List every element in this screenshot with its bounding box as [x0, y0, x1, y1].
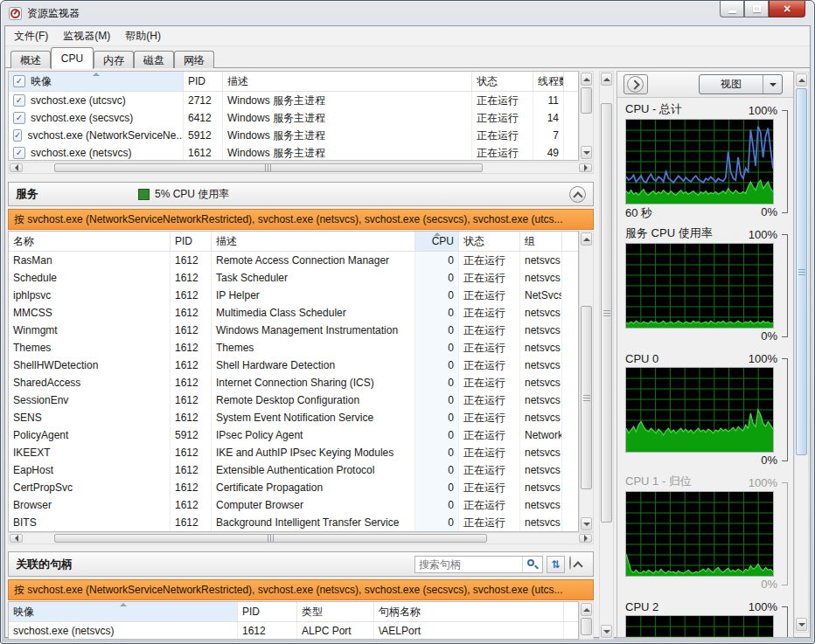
- scroll-down-button[interactable]: [796, 618, 807, 631]
- table-row[interactable]: BITS1612Background Intelligent Transfer …: [9, 514, 578, 531]
- scroll-right-button[interactable]: [579, 534, 592, 543]
- table-row[interactable]: svchost.exe (netsvcs)1612ALPC Port\AELPo…: [9, 622, 578, 640]
- column-header-desc[interactable]: 描述: [223, 72, 472, 91]
- cell-status: 正在运行: [459, 269, 520, 287]
- table-row[interactable]: ✓svchost.exe (NetworkServiceNe...5912Win…: [9, 127, 578, 144]
- scroll-thumb[interactable]: [581, 306, 592, 489]
- tab-network[interactable]: 网络: [174, 51, 214, 68]
- menu-monitor[interactable]: 监视器(M): [57, 29, 116, 44]
- views-dropdown-button[interactable]: 视图: [699, 74, 783, 94]
- scroll-up-button[interactable]: [581, 603, 592, 616]
- row-checkbox[interactable]: ✓: [13, 94, 25, 107]
- column-header-pid[interactable]: PID: [184, 72, 223, 91]
- table-row[interactable]: PolicyAgent5912IPsec Policy Agent0正在运行Ne…: [9, 426, 578, 444]
- processes-hscrollbar[interactable]: [8, 162, 594, 174]
- scroll-up-button[interactable]: [581, 232, 592, 246]
- table-row[interactable]: RasMan1612Remote Access Connection Manag…: [9, 252, 578, 269]
- collapse-panel-button[interactable]: [623, 74, 648, 94]
- column-header-pid[interactable]: PID: [238, 602, 297, 621]
- handle-search-box: [414, 556, 543, 573]
- table-row[interactable]: SENS1612System Event Notification Servic…: [9, 409, 578, 426]
- search-input[interactable]: [415, 558, 522, 571]
- column-header-status[interactable]: 状态: [472, 72, 533, 91]
- column-header-name[interactable]: 名称: [9, 232, 171, 251]
- table-row[interactable]: Schedule1612Task Scheduler0正在运行netsvcs: [9, 269, 578, 287]
- panel-vscrollbar[interactable]: [794, 72, 809, 633]
- close-button[interactable]: ×: [769, 1, 805, 17]
- tab-overview[interactable]: 概述: [10, 51, 51, 68]
- services-filter-bar: 按 svchost.exe (NetworkServiceNetworkRest…: [8, 209, 594, 230]
- cell-image: ✓svchost.exe (utcsvc): [9, 92, 184, 109]
- collapse-services-button[interactable]: [569, 186, 586, 203]
- table-row[interactable]: ShellHWDetection1612Shell Hardware Detec…: [9, 357, 578, 374]
- graph-footer: 0%: [623, 329, 790, 346]
- column-header-group[interactable]: 组: [520, 232, 562, 251]
- main-vscrollbar[interactable]: [599, 71, 614, 640]
- cpu-usage-chart: [626, 368, 773, 452]
- scroll-down-button[interactable]: [601, 625, 612, 638]
- tab-memory[interactable]: 内存: [94, 51, 134, 68]
- row-checkbox[interactable]: ✓: [13, 147, 25, 159]
- collapse-handles-button[interactable]: [569, 556, 571, 570]
- scroll-up-button[interactable]: [601, 73, 612, 86]
- tab-disk[interactable]: 磁盘: [134, 51, 174, 68]
- minimize-button[interactable]: [720, 1, 744, 17]
- scroll-thumb[interactable]: [581, 87, 592, 114]
- table-row[interactable]: CertPropSvc1612Certificate Propagation0正…: [9, 479, 578, 496]
- table-row[interactable]: Browser1612Computer Browser0正在运行netsvcs: [9, 496, 578, 514]
- processes-vscrollbar[interactable]: [579, 71, 594, 161]
- column-header-cpu[interactable]: CPU: [415, 232, 459, 251]
- scroll-thumb[interactable]: [581, 618, 592, 635]
- column-header-image[interactable]: ✓ 映像: [9, 72, 184, 91]
- table-row[interactable]: MMCSS1612Multimedia Class Scheduler0正在运行…: [9, 304, 578, 322]
- search-button[interactable]: [522, 557, 542, 572]
- column-header-type[interactable]: 类型: [297, 602, 374, 621]
- column-header-status[interactable]: 状态: [459, 232, 520, 251]
- column-header-threads[interactable]: 线程数: [533, 72, 564, 91]
- table-row[interactable]: ✓svchost.exe (netsvcs)1612Windows 服务主进程正…: [9, 144, 578, 161]
- titlebar[interactable]: 资源监视器: [1, 1, 814, 25]
- maximize-button[interactable]: [744, 1, 769, 17]
- refresh-search-button[interactable]: ⇅: [547, 556, 565, 573]
- column-header-desc[interactable]: 描述: [212, 232, 415, 251]
- scroll-left-button[interactable]: [10, 163, 23, 172]
- cell-status: 正在运行: [459, 426, 520, 444]
- table-row[interactable]: Winmgmt1612Windows Management Instrument…: [9, 322, 578, 339]
- views-dropdown-arrow[interactable]: [763, 75, 782, 93]
- window-controls: ×: [720, 1, 805, 17]
- services-hscrollbar[interactable]: [8, 532, 594, 544]
- column-header-image[interactable]: 映像: [9, 602, 238, 621]
- scroll-thumb[interactable]: [796, 88, 807, 455]
- table-row[interactable]: ✓svchost.exe (secsvcs)6412Windows 服务主进程正…: [9, 109, 578, 127]
- cell-status: 正在运行: [459, 444, 520, 461]
- services-vscrollbar[interactable]: [579, 231, 594, 532]
- scroll-right-button[interactable]: [579, 163, 592, 172]
- table-row[interactable]: SharedAccess1612Internet Connection Shar…: [9, 374, 578, 391]
- row-checkbox[interactable]: ✓: [13, 129, 22, 142]
- scroll-up-button[interactable]: [796, 73, 807, 87]
- scroll-thumb[interactable]: [601, 103, 612, 523]
- scroll-thumb[interactable]: [54, 163, 483, 172]
- table-row[interactable]: ✓svchost.exe (utcsvc)2712Windows 服务主进程正在…: [9, 92, 578, 109]
- table-row[interactable]: IKEEXT1612IKE and AuthIP IPsec Keying Mo…: [9, 444, 578, 461]
- scroll-thumb[interactable]: [54, 534, 487, 543]
- handles-vscrollbar[interactable]: [579, 601, 594, 640]
- table-row[interactable]: Themes1612Themes0正在运行netsvcs: [9, 339, 578, 357]
- menu-file[interactable]: 文件(F): [8, 29, 54, 44]
- scroll-up-button[interactable]: [581, 73, 592, 86]
- select-all-checkbox[interactable]: ✓: [13, 75, 25, 87]
- cell-cpu: 0: [415, 287, 459, 304]
- row-checkbox[interactable]: ✓: [13, 112, 25, 124]
- cell-threads: 14: [533, 109, 564, 127]
- table-row[interactable]: iphlpsvc1612IP Helper0正在运行NetSvcs: [9, 287, 578, 304]
- column-header-name[interactable]: 句柄名称: [374, 602, 564, 621]
- graph-header: CPU 0100%: [623, 350, 790, 367]
- column-header-pid[interactable]: PID: [171, 232, 212, 251]
- table-row[interactable]: SessionEnv1612Remote Desktop Configurati…: [9, 391, 578, 409]
- menu-help[interactable]: 帮助(H): [119, 29, 167, 44]
- scroll-left-button[interactable]: [10, 534, 23, 543]
- table-row[interactable]: EapHost1612Extensible Authentication Pro…: [9, 461, 578, 479]
- scroll-down-button[interactable]: [581, 517, 592, 530]
- tab-cpu[interactable]: CPU: [51, 47, 94, 69]
- scroll-down-button[interactable]: [581, 146, 592, 159]
